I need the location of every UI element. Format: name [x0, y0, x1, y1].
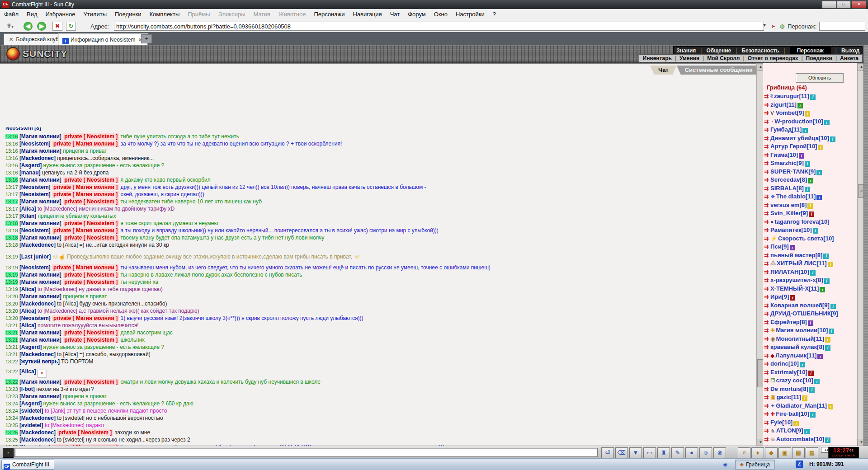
menu-item-Поединки[interactable]: Поединки [111, 9, 146, 19]
player-row[interactable]: ⇉Serceedav[8]i [764, 176, 854, 184]
chat-nick[interactable]: [Kilan] [19, 213, 36, 219]
player-row[interactable]: ⇉⁂ХИТРЫЙ ЛИС[11]i [764, 259, 854, 268]
cross-icon[interactable]: ✟▾ [5, 22, 14, 31]
chat-nick[interactable]: [Магия молнии] [19, 279, 61, 285]
info-badge[interactable]: i [790, 295, 795, 301]
info-badge[interactable]: i [816, 170, 822, 175]
attack-icon[interactable]: ⇉ [764, 286, 770, 292]
attack-icon[interactable]: ⇉ [764, 110, 770, 116]
stop-icon[interactable]: ✖ [52, 22, 62, 31]
info-badge[interactable]: i [820, 287, 825, 292]
player-name[interactable]: Скорость света[10] [778, 235, 834, 242]
attack-icon[interactable]: ⇉ [764, 403, 770, 409]
player-name[interactable]: Gladiator_Man[11] [776, 402, 827, 409]
info-badge[interactable]: i [824, 278, 830, 284]
attack-icon[interactable]: ⇉ [764, 118, 770, 125]
maximize-button[interactable]: □ [836, 1, 851, 9]
attack-icon[interactable]: ⇉ [764, 352, 770, 359]
info-badge[interactable]: i [808, 371, 814, 376]
player-row[interactable]: ⇉✚Fire-ball[10]i [764, 410, 854, 418]
player-row[interactable]: ⇉De mortuis[8]i [764, 385, 854, 394]
info-badge[interactable]: i [825, 345, 830, 351]
player-name[interactable]: Autocombats[10] [776, 436, 824, 442]
attack-icon[interactable]: ⇉ [764, 102, 770, 108]
chat-nick[interactable]: [Neosistem] [19, 264, 51, 271]
attack-icon[interactable]: ⇉ [764, 411, 770, 417]
info-badge[interactable]: i [800, 362, 805, 367]
info-badge[interactable]: i [799, 153, 804, 159]
web-icon[interactable]: ◍ [778, 22, 787, 31]
player-row[interactable]: ⇉Гизма[10]i [764, 151, 854, 160]
info-badge[interactable]: i [805, 161, 810, 167]
chat-nick[interactable]: [Магия молнии] [19, 337, 61, 343]
info-badge[interactable]: i [810, 94, 816, 100]
attack-icon[interactable]: ⇉ [764, 202, 770, 208]
player-name[interactable]: Х-ТЕМНЫЙ-Х[11] [770, 285, 819, 292]
nav-link-Выход[interactable]: Выход [841, 47, 859, 54]
attack-icon[interactable]: ⇉ [764, 260, 770, 267]
chat-nick[interactable]: [svidetel] [19, 408, 43, 414]
player-name[interactable]: ЯИЛАТАН[10] [770, 268, 809, 275]
attack-icon[interactable]: ⇉ [764, 294, 770, 300]
back-button[interactable]: ◀ [24, 22, 33, 31]
nav-link-Персонаж[interactable]: Персонаж [790, 47, 831, 55]
info-badge[interactable]: i [797, 103, 803, 108]
info-badge[interactable]: i [829, 329, 834, 334]
attack-icon[interactable]: ⇉ [764, 93, 770, 99]
player-row[interactable]: ⇉SIRBALA[8]i [764, 184, 854, 193]
chat-nick[interactable]: [Mackedonec] [19, 155, 56, 161]
chat-nick[interactable]: [Магия молнии] [19, 393, 61, 400]
player-row[interactable]: ⇉●taganrog foreva[10] [764, 218, 854, 226]
clear-button[interactable]: ⌫ [615, 447, 628, 458]
attack-icon[interactable]: ⇉ [764, 361, 770, 367]
info-badge[interactable]: i [808, 178, 813, 183]
chat-nick[interactable]: [Asgerd] [19, 400, 42, 407]
chat-tab-Чат[interactable]: Чат [650, 66, 677, 75]
player-row[interactable]: ⇉◉Монолитный[11]i [764, 335, 854, 343]
player-name[interactable]: Рамапитек[10] [770, 226, 811, 233]
refresh-button[interactable]: Обновить [796, 73, 844, 83]
player-name[interactable]: Ефрейтер[8] [770, 319, 807, 325]
chat-nick[interactable]: [Магия молнии] [19, 272, 61, 278]
info-badge[interactable]: i [810, 412, 816, 418]
player-row[interactable]: ⇉Х-ТЕМНЫЙ-Х[11]i [764, 285, 854, 293]
attack-icon[interactable]: ⇉ [764, 386, 770, 392]
chat-nick[interactable]: [Mackedonec] [19, 351, 56, 357]
info-badge[interactable]: i [809, 212, 814, 217]
menu-item-Файл[interactable]: Файл [0, 9, 23, 19]
player-name[interactable]: Магия молнии[10] [776, 327, 828, 334]
player-name[interactable]: dorinc[10] [770, 360, 799, 367]
player-name[interactable]: zigurt[11] [770, 101, 797, 108]
menu-item-Утилиты[interactable]: Утилиты [79, 9, 111, 19]
smiley-button[interactable]: ☺ [699, 447, 712, 458]
player-row[interactable]: ⇉Fyle[10]i [764, 418, 854, 427]
chat-nick[interactable]: [Alica] [19, 206, 36, 212]
chat-nick[interactable]: [Магия молнии] [19, 293, 61, 300]
player-row[interactable]: ⇉◆Лапульчик[11]i [764, 352, 854, 360]
attack-icon[interactable]: ⇉ [764, 310, 770, 317]
player-name[interactable]: ATLON[9] [776, 427, 803, 434]
player-name[interactable]: Ири[9] [770, 293, 789, 300]
attack-icon[interactable]: ⇉ [764, 235, 770, 242]
tab-fight-club[interactable]: ✕ Бойцовский клуб [4, 33, 63, 45]
chat-nick[interactable]: [Магия молнии] [19, 177, 61, 183]
attack-icon[interactable]: ⇉ [764, 210, 770, 216]
player-name[interactable]: Гумбад[11] [770, 126, 802, 133]
info-badge[interactable]: i [828, 404, 833, 409]
screen-button[interactable]: ▭ [643, 447, 656, 458]
attack-icon[interactable]: ⇉ [764, 428, 770, 434]
attack-icon[interactable]: ⇉ [764, 244, 770, 250]
address-input[interactable] [114, 22, 764, 31]
player-name[interactable]: Пси[9] [770, 243, 788, 250]
attack-icon[interactable]: ⇉ [764, 377, 770, 384]
chat-nick[interactable]: [Asgerd] [19, 162, 42, 169]
nav-link-Общение[interactable]: Общение [706, 47, 731, 54]
chat-nick[interactable]: [Магия молнии] [19, 379, 61, 385]
attack-icon[interactable]: ⇉ [764, 419, 770, 426]
player-name[interactable]: W-production[10] [774, 118, 823, 125]
player-name[interactable]: versus em[8] [770, 202, 807, 208]
player-name[interactable]: SUPER-TANK[9] [770, 168, 816, 175]
player-row[interactable]: ⇉SUPER-TANK[9]i [764, 168, 854, 176]
chat-nick[interactable]: [Asgerd] [19, 344, 42, 350]
tray-z-icon[interactable]: Z [796, 461, 803, 468]
